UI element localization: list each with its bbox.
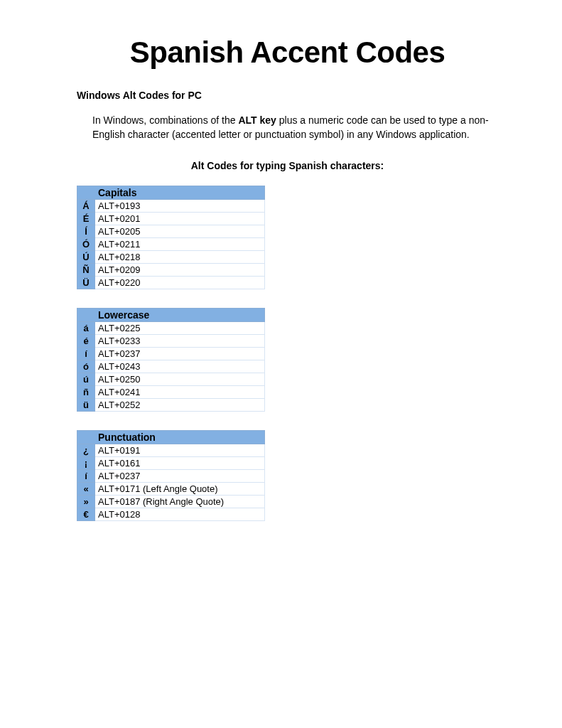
table-row: €ALT+0128 (77, 508, 265, 521)
tables-container: CapitalsÁALT+0193ÉALT+0201ÍALT+0205ÓALT+… (77, 186, 498, 521)
char-cell: É (77, 213, 95, 225)
char-cell: ó (77, 360, 95, 373)
description: In Windows, combinations of the ALT key … (92, 114, 498, 141)
table-row: íALT+0237 (77, 348, 265, 360)
char-cell: ¿ (77, 444, 95, 457)
char-cell: ¡ (77, 457, 95, 470)
char-cell: á (77, 322, 95, 335)
table-header-spacer (77, 308, 95, 322)
table-row: »ALT+0187 (Right Angle Quote) (77, 496, 265, 508)
code-cell: ALT+0191 (95, 444, 265, 457)
table-row: óALT+0243 (77, 360, 265, 373)
code-cell: ALT+0171 (Left Angle Quote) (95, 483, 265, 496)
table-row: éALT+0233 (77, 335, 265, 348)
code-cell: ALT+0205 (95, 225, 265, 238)
table-header-spacer (77, 186, 95, 200)
char-cell: Ü (77, 277, 95, 289)
table-row: «ALT+0171 (Left Angle Quote) (77, 483, 265, 496)
table-header-title: Lowercase (95, 308, 265, 322)
char-cell: ü (77, 399, 95, 412)
alt-code-table: CapitalsÁALT+0193ÉALT+0201ÍALT+0205ÓALT+… (77, 186, 265, 289)
table-row: ÑALT+0209 (77, 264, 265, 277)
description-pre: In Windows, combinations of the (92, 114, 238, 126)
code-cell: ALT+0252 (95, 399, 265, 412)
char-cell: € (77, 508, 95, 521)
subtitle: Windows Alt Codes for PC (77, 90, 498, 101)
char-cell: í (77, 470, 95, 483)
code-cell: ALT+0187 (Right Angle Quote) (95, 496, 265, 508)
table-row: ÍALT+0205 (77, 225, 265, 238)
page-title: Spanish Accent Codes (77, 36, 498, 70)
code-cell: ALT+0218 (95, 251, 265, 264)
char-cell: ú (77, 373, 95, 386)
char-cell: í (77, 348, 95, 360)
code-cell: ALT+0128 (95, 508, 265, 521)
table-row: ÜALT+0220 (77, 277, 265, 289)
table-row: ñALT+0241 (77, 386, 265, 399)
table-row: ÁALT+0193 (77, 200, 265, 213)
code-cell: ALT+0243 (95, 360, 265, 373)
alt-code-table: Punctuation¿ALT+0191¡ALT+0161íALT+0237«A… (77, 430, 265, 521)
description-bold: ALT key (238, 114, 276, 126)
table-header-spacer (77, 430, 95, 444)
table-row: üALT+0252 (77, 399, 265, 412)
code-cell: ALT+0193 (95, 200, 265, 213)
char-cell: Á (77, 200, 95, 213)
code-cell: ALT+0161 (95, 457, 265, 470)
section-header: Alt Codes for typing Spanish characters: (77, 160, 498, 171)
alt-code-table: LowercaseáALT+0225éALT+0233íALT+0237óALT… (77, 308, 265, 412)
table-header-title: Capitals (95, 186, 265, 200)
char-cell: Ñ (77, 264, 95, 277)
char-cell: Ú (77, 251, 95, 264)
code-cell: ALT+0237 (95, 348, 265, 360)
code-cell: ALT+0237 (95, 470, 265, 483)
table-header-title: Punctuation (95, 430, 265, 444)
table-row: ¡ALT+0161 (77, 457, 265, 470)
code-cell: ALT+0233 (95, 335, 265, 348)
char-cell: Í (77, 225, 95, 238)
char-cell: Ó (77, 238, 95, 251)
code-cell: ALT+0209 (95, 264, 265, 277)
table-row: ¿ALT+0191 (77, 444, 265, 457)
table-row: ÚALT+0218 (77, 251, 265, 264)
table-row: ÉALT+0201 (77, 213, 265, 225)
char-cell: é (77, 335, 95, 348)
code-cell: ALT+0211 (95, 238, 265, 251)
code-cell: ALT+0225 (95, 322, 265, 335)
char-cell: » (77, 496, 95, 508)
code-cell: ALT+0241 (95, 386, 265, 399)
table-row: úALT+0250 (77, 373, 265, 386)
code-cell: ALT+0220 (95, 277, 265, 289)
char-cell: « (77, 483, 95, 496)
table-row: áALT+0225 (77, 322, 265, 335)
table-row: ÓALT+0211 (77, 238, 265, 251)
table-row: íALT+0237 (77, 470, 265, 483)
code-cell: ALT+0250 (95, 373, 265, 386)
char-cell: ñ (77, 386, 95, 399)
code-cell: ALT+0201 (95, 213, 265, 225)
